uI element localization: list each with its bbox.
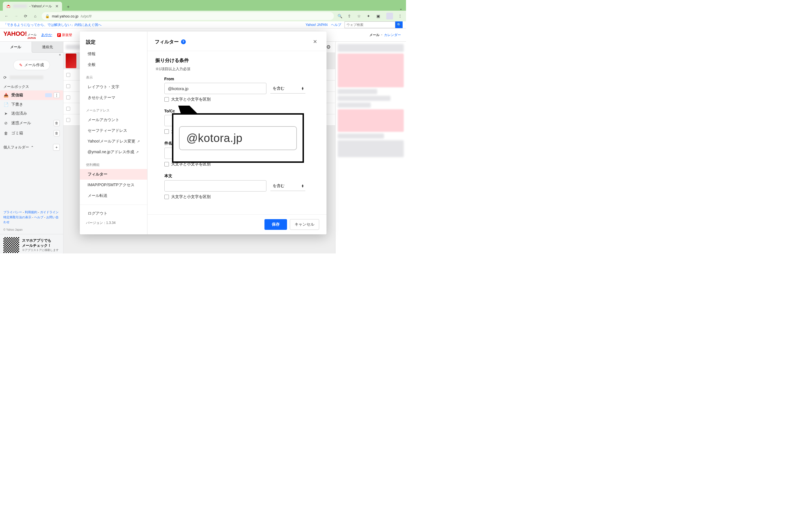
- svg-rect-0: [7, 6, 10, 8]
- chevron-updown-icon: ▲▼: [301, 184, 304, 187]
- side-forward[interactable]: メール転送: [80, 190, 147, 201]
- browser-chrome: - Yahoo!メール ✕ ＋ ⌄ ← → ⟳ ⌂ 🔒 mail.yahoo.c…: [0, 0, 406, 21]
- body-match-select[interactable]: を含む ▲▼: [270, 181, 305, 191]
- url-bar-row: ← → ⟳ ⌂ 🔒 mail.yahoo.co.jp/u/pc/f/ 🔍 ⇧ ☆…: [0, 11, 406, 21]
- tab-bar: - Yahoo!メール ✕ ＋ ⌄: [0, 0, 406, 11]
- back-button[interactable]: ←: [3, 13, 10, 19]
- url-bar[interactable]: 🔒 mail.yahoo.co.jp/u/pc/f/: [42, 12, 334, 20]
- modal-footer: 保存 キャンセル: [147, 214, 326, 234]
- side-theme[interactable]: きせかえテーマ: [80, 93, 147, 103]
- from-match-select[interactable]: を含む ▲▼: [270, 83, 305, 94]
- side-group-tools: 便利機能: [80, 158, 147, 169]
- home-button[interactable]: ⌂: [32, 13, 38, 19]
- extensions-icon[interactable]: ✦: [366, 13, 371, 18]
- tab-favicon: [6, 4, 11, 8]
- close-icon[interactable]: ✕: [311, 38, 319, 46]
- side-layout[interactable]: レイアウト・文字: [80, 82, 147, 93]
- side-group-display: 表示: [80, 70, 147, 82]
- from-label: From: [164, 76, 319, 81]
- search-icon[interactable]: 🔍: [337, 13, 342, 18]
- external-link-icon: ↗: [137, 139, 140, 144]
- chevron-updown-icon: ▲▼: [301, 87, 304, 90]
- side-account[interactable]: メールアカウント: [80, 115, 147, 125]
- body-case-checkbox[interactable]: [164, 194, 169, 199]
- url-host: mail.yahoo.co.jp: [52, 14, 79, 18]
- callout-arrow: [178, 106, 198, 121]
- side-logout[interactable]: ログアウト: [80, 208, 147, 219]
- tab-title-blurred: [13, 4, 27, 8]
- body-input[interactable]: [164, 180, 266, 191]
- callout-text: @kotora.jp: [179, 126, 297, 150]
- subject-case-checkbox[interactable]: [164, 162, 169, 166]
- star-icon[interactable]: ☆: [356, 13, 361, 18]
- side-change-address[interactable]: Yahoo!メールアドレス変更 ↗: [80, 136, 147, 147]
- from-field-block: From を含む ▲▼ 大文字と小文字を区別: [155, 76, 319, 102]
- save-button[interactable]: 保存: [264, 219, 287, 230]
- new-tab-button[interactable]: ＋: [64, 3, 72, 11]
- forward-button[interactable]: →: [13, 13, 19, 19]
- required-note: ※1項目以上入力必須: [155, 66, 319, 71]
- modal-header: フィルター ? ✕: [147, 32, 326, 51]
- reload-button[interactable]: ⟳: [22, 13, 29, 19]
- from-case-checkbox[interactable]: [164, 97, 169, 102]
- url-path: /u/pc/f/: [81, 14, 92, 18]
- from-case-label: 大文字と小文字を区別: [171, 97, 211, 102]
- conditions-title: 振り分ける条件: [155, 57, 319, 64]
- side-info[interactable]: 情報: [80, 49, 147, 59]
- body-label: 本文: [164, 173, 319, 179]
- tabs-overflow-icon[interactable]: ⌄: [399, 6, 403, 11]
- lock-icon: 🔒: [45, 14, 50, 18]
- profile-avatar[interactable]: [386, 13, 393, 19]
- tab-close-icon[interactable]: ✕: [55, 4, 59, 8]
- side-filter[interactable]: フィルター: [80, 169, 147, 180]
- body-case-label: 大文字と小文字を区別: [171, 194, 211, 200]
- body-field-block: 本文 を含む ▲▼ 大文字と小文字を区別: [155, 173, 319, 200]
- cancel-button[interactable]: キャンセル: [290, 219, 319, 230]
- tab-title-suffix: - Yahoo!メール: [29, 4, 52, 9]
- version: バージョン：1.3.34: [80, 219, 147, 225]
- from-input[interactable]: [164, 83, 266, 94]
- modal-title: フィルター: [155, 39, 179, 45]
- help-badge-icon[interactable]: ?: [181, 40, 186, 44]
- side-create-ymail[interactable]: @ymail.ne.jpアドレス作成 ↗: [80, 147, 147, 158]
- side-imap[interactable]: IMAP/POP/SMTPアクセス: [80, 180, 147, 190]
- external-link-icon: ↗: [136, 150, 139, 154]
- sidebar-title: 設定: [80, 39, 147, 49]
- tocc-case-checkbox[interactable]: [164, 129, 169, 134]
- menu-icon[interactable]: ⋮: [398, 13, 403, 18]
- browser-tab[interactable]: - Yahoo!メール ✕: [3, 2, 62, 11]
- side-group-address: メールアドレス: [80, 103, 147, 115]
- side-general[interactable]: 全般: [80, 59, 147, 70]
- share-icon[interactable]: ⇧: [347, 13, 352, 18]
- sidepanel-icon[interactable]: ▣: [375, 13, 380, 18]
- url-actions: 🔍 ⇧ ☆ ✦ ▣ ⋮: [337, 13, 403, 19]
- modal-sidebar: 設定 情報 全般 表示 レイアウト・文字 きせかえテーマ メールアドレス メール…: [80, 32, 147, 234]
- side-safety[interactable]: セーフティーアドレス: [80, 125, 147, 136]
